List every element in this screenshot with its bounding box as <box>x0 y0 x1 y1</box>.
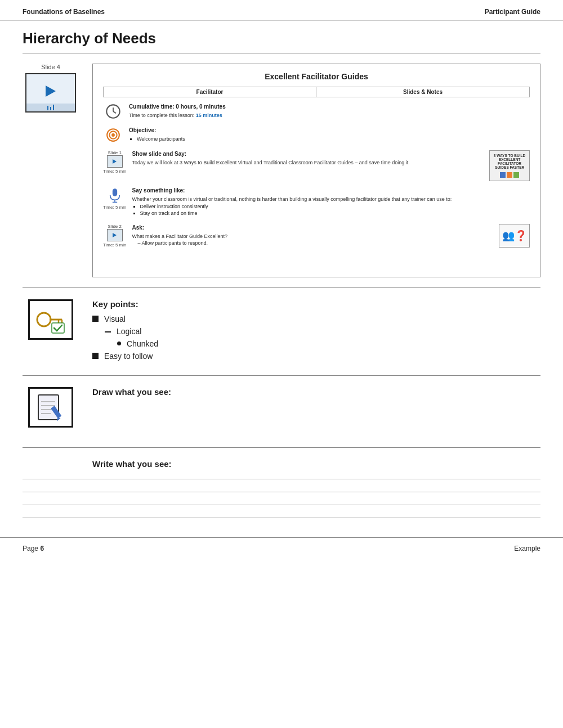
page-header: Foundations of Baselines Participant Gui… <box>0 0 563 21</box>
slide-thumbnail <box>25 73 76 113</box>
guide-table-header: Facilitator Slides & Notes <box>103 87 530 97</box>
guide-ask-sub: – Allow participants to respond. <box>132 240 494 247</box>
guide-slide1-thumb <box>107 155 123 168</box>
proj-line-3 <box>53 105 54 110</box>
write-line-4 <box>23 518 540 518</box>
play-icon <box>46 86 56 97</box>
draw-title: Draw what you see: <box>92 387 540 397</box>
guide-preview-title: Excellent Facilitator Guides <box>103 72 530 81</box>
header-right: Participant Guide <box>485 8 540 16</box>
page-title: Hierarchy of Needs <box>0 21 563 53</box>
bullet-dot-1 <box>117 341 121 345</box>
key-item-easy-text: Easy to follow <box>104 352 153 361</box>
guide-objective-item: Welcome participants <box>137 136 530 143</box>
guide-row-slide2: Slide 2 Time: 5 min Ask: What makes a Fa… <box>103 224 530 248</box>
proj-line-2 <box>50 107 51 110</box>
write-line-2 <box>23 492 540 492</box>
people-icon-box: 👥❓ <box>499 224 530 248</box>
key-icon-container <box>23 299 79 340</box>
content-area: Slide 4 Excellent Facilitator Guides Fac <box>0 53 563 524</box>
key-item-visual-text: Visual <box>104 314 126 323</box>
slide-thumb-inner <box>46 86 56 100</box>
proj-line-1 <box>47 106 48 110</box>
header-left: Foundations of Baselines <box>23 8 105 16</box>
color-block-green <box>513 172 519 178</box>
guide-slide2-time: Time: 5 min <box>103 242 127 248</box>
guide-slide1-label: Slide 1 <box>108 150 122 155</box>
draw-icon-box <box>28 387 73 428</box>
write-lines <box>23 479 540 518</box>
draw-content: Draw what you see: <box>92 387 540 436</box>
key-item-logical: Logical <box>92 327 540 336</box>
guide-slide1-text: Today we will look at 3 Ways to Build Ex… <box>132 159 484 167</box>
guide-time-label: Cumulative time: 0 hours, 0 minutes <box>129 103 530 111</box>
guide-say-bullet-1: Deliver instruction consistently <box>140 203 530 210</box>
bullet-square-1 <box>92 316 99 322</box>
guide-objective-label: Objective: <box>129 127 530 134</box>
guide-say-bullet-2: Stay on track and on time <box>140 210 530 217</box>
notepad-pencil-icon <box>33 392 69 423</box>
guide-col-slides: Slides & Notes <box>316 87 529 97</box>
guide-content-say: Say something like: Whether your classro… <box>132 187 530 217</box>
mic-icon <box>106 187 123 204</box>
guide-col-facilitator: Facilitator <box>104 87 316 97</box>
guide-slide-mini-2: Slide 2 Time: 5 min <box>103 224 127 248</box>
mic-icon-cell: Time: 5 min <box>103 187 127 210</box>
guide-objective-list: Welcome participants <box>129 136 530 143</box>
guide-say-time: Time: 5 min <box>103 205 127 210</box>
guide-slide1-heading: Show slide and Say: <box>132 150 484 158</box>
guide-say-list: Deliver instruction consistently Stay on… <box>132 203 530 217</box>
guide-ask-text: What makes a Facilitator Guide Excellent… <box>132 233 494 240</box>
key-checkmark-icon <box>33 304 69 335</box>
mini-play-icon-1 <box>113 159 117 164</box>
guide-slide1-time: Time: 5 min <box>103 169 127 174</box>
key-list: Visual Logical Chunked Easy to follow <box>92 314 540 361</box>
page-footer: Page 6 Example <box>0 537 563 558</box>
guide-row-say: Time: 5 min Say something like: Whether … <box>103 187 530 217</box>
guide-row-time: Cumulative time: 0 hours, 0 minutes Time… <box>103 103 530 120</box>
write-section: Write what you see: <box>23 448 540 524</box>
bullet-square-2 <box>92 353 99 359</box>
footer-left: Page 6 <box>23 545 44 552</box>
key-content: Key points: Visual Logical Chunked <box>92 299 540 364</box>
guide-content-slide2: Ask: What makes a Facilitator Guide Exce… <box>132 224 494 247</box>
target-icon-cell <box>103 127 123 143</box>
write-line-1 <box>23 479 540 479</box>
projector-lines <box>47 105 54 110</box>
guide-ask-label: Ask: <box>132 224 494 232</box>
key-icon-box <box>28 299 73 340</box>
clock-icon <box>105 103 122 120</box>
guide-slide1-image: 3 WAYS TO BUILD EXCELLENT FACILITATOR GU… <box>489 150 530 181</box>
draw-section: Draw what you see: <box>23 376 540 447</box>
guide-time-sub: Time to complete this lesson: 15 minutes <box>129 112 530 119</box>
people-icon: 👥❓ <box>502 230 527 242</box>
footer-page-number: 6 <box>40 545 44 552</box>
guide-slide2-thumb <box>107 229 123 241</box>
target-icon <box>105 127 122 143</box>
mic-container: Time: 5 min <box>103 187 127 210</box>
write-line-3 <box>23 505 540 505</box>
key-title: Key points: <box>92 299 540 309</box>
colored-blocks <box>500 172 519 178</box>
draw-icon-container <box>23 387 79 428</box>
bullet-dash-1 <box>105 331 111 332</box>
key-item-chunked: Chunked <box>92 339 540 348</box>
guide-slide-mini-1: Slide 1 Time: 5 min <box>103 150 127 174</box>
key-item-easy: Easy to follow <box>92 352 540 361</box>
key-item-logical-text: Logical <box>117 327 141 336</box>
write-title: Write what you see: <box>23 459 540 469</box>
guide-preview: Excellent Facilitator Guides Facilitator… <box>92 64 540 277</box>
color-block-blue <box>500 172 506 178</box>
guide-content-slide1: Show slide and Say: Today we will look a… <box>132 150 484 167</box>
mini-play-icon-2 <box>113 233 117 237</box>
guide-img-title: 3 WAYS TO BUILD EXCELLENT FACILITATOR GU… <box>491 154 528 169</box>
svg-point-9 <box>37 313 51 326</box>
key-item-chunked-text: Chunked <box>127 339 158 348</box>
svg-line-2 <box>113 111 116 113</box>
guide-row-objective: Objective: Welcome participants <box>103 127 530 143</box>
guide-time-minutes: 15 minutes <box>196 113 222 118</box>
key-item-visual: Visual <box>92 314 540 323</box>
svg-rect-6 <box>113 188 117 196</box>
guide-say-label: Say something like: <box>132 187 530 195</box>
guide-content-objective: Objective: Welcome participants <box>129 127 530 143</box>
